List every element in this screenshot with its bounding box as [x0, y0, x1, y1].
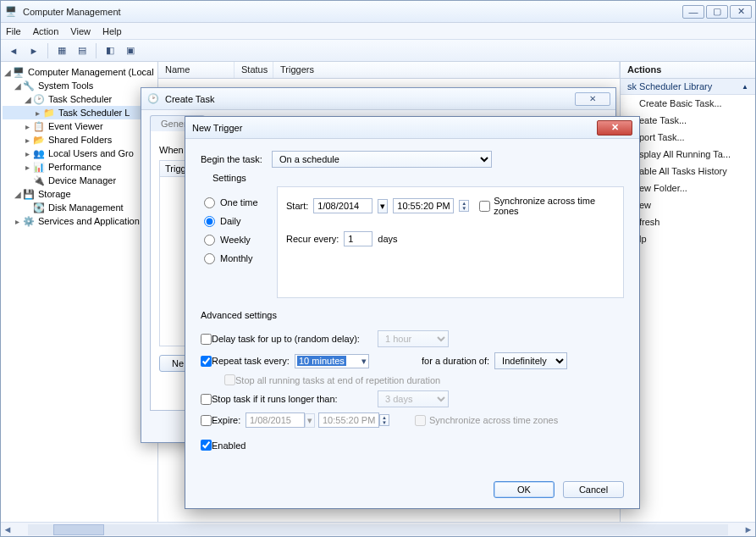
- expire-date-input: [246, 412, 305, 428]
- action-refresh[interactable]: fresh: [621, 213, 755, 230]
- back-button[interactable]: ◄: [4, 42, 23, 59]
- clock-icon: 🕑: [146, 92, 160, 106]
- menu-action[interactable]: Action: [33, 26, 59, 36]
- menu-help[interactable]: Help: [102, 26, 122, 36]
- action-help[interactable]: lp: [621, 230, 755, 247]
- app-icon: 🖥️: [4, 5, 18, 19]
- action-new-folder[interactable]: ew Folder...: [621, 180, 755, 197]
- tree-local-users[interactable]: ▸👥Local Users and Gro: [3, 147, 156, 160]
- horizontal-scrollbar[interactable]: ◄►: [1, 522, 755, 536]
- start-time-input[interactable]: [393, 198, 454, 213]
- create-task-close-button[interactable]: ✕: [575, 92, 610, 106]
- col-status[interactable]: Status: [235, 62, 273, 78]
- toolbar-icon[interactable]: ◧: [101, 42, 119, 59]
- new-trigger-dialog: New Trigger ✕ Begin the task: On a sched…: [185, 116, 640, 509]
- action-import-task[interactable]: port Task...: [621, 129, 755, 146]
- actions-section[interactable]: sk Scheduler Library▲: [621, 79, 755, 95]
- actions-header: Actions: [621, 62, 755, 79]
- radio-one-time[interactable]: One time: [204, 193, 277, 212]
- create-task-title: Create Task: [165, 94, 575, 104]
- maximize-button[interactable]: ▢: [706, 5, 728, 19]
- window-title: Computer Management: [23, 7, 682, 17]
- new-trigger-close-button[interactable]: ✕: [597, 120, 632, 136]
- toolbar: ◄ ► ▦ ▤ ◧ ▣: [1, 40, 755, 62]
- toolbar-icon[interactable]: ▣: [121, 42, 140, 59]
- actions-pane: Actions sk Scheduler Library▲ Create Bas…: [620, 62, 755, 522]
- create-task-titlebar: 🕑 Create Task ✕: [141, 88, 615, 110]
- repeat-value-select[interactable]: 10 minutes▾: [295, 354, 369, 368]
- schedule-box: Start: ▾ ▲▼ Synchronize across time zone…: [277, 186, 624, 298]
- start-date-input[interactable]: [313, 198, 372, 213]
- action-display-running[interactable]: splay All Running Ta...: [621, 146, 755, 163]
- tree-device-manager[interactable]: 🔌Device Manager: [3, 174, 156, 187]
- time-spinner[interactable]: ▲▼: [459, 200, 469, 212]
- expire-sync-checkbox: Synchronize across time zones: [415, 415, 558, 426]
- toolbar-icon[interactable]: ▦: [52, 42, 71, 59]
- menu-view[interactable]: View: [70, 26, 91, 36]
- minimize-button[interactable]: —: [682, 5, 704, 19]
- tree-task-scheduler-library[interactable]: ▸📁Task Scheduler L: [3, 106, 156, 119]
- delay-checkbox[interactable]: [201, 334, 212, 345]
- menu-file[interactable]: File: [6, 26, 21, 36]
- stop-all-checkbox: [224, 374, 235, 385]
- delay-label: Delay task for up to (random delay):: [212, 334, 378, 344]
- stop-all-label: Stop all running tasks at end of repetit…: [235, 375, 440, 385]
- new-trigger-titlebar: New Trigger ✕: [185, 117, 639, 139]
- stop-longer-select: 3 days: [378, 390, 449, 407]
- recur-unit: days: [378, 234, 397, 244]
- tree-event-viewer[interactable]: ▸📋Event Viewer: [3, 119, 156, 133]
- radio-weekly[interactable]: Weekly: [204, 230, 277, 249]
- expire-time-input: [318, 412, 379, 428]
- repeat-label: Repeat task every:: [212, 356, 295, 366]
- expire-time-spinner: ▲▼: [379, 414, 389, 426]
- radio-monthly[interactable]: Monthly: [204, 249, 277, 268]
- action-enable-history[interactable]: able All Tasks History: [621, 163, 755, 180]
- recur-label: Recur every:: [286, 234, 339, 244]
- action-view[interactable]: ew: [621, 197, 755, 213]
- tree-system-tools[interactable]: ◢🔧System Tools: [3, 79, 156, 92]
- titlebar: 🖥️ Computer Management — ▢ ✕: [1, 1, 755, 23]
- sync-tz-checkbox[interactable]: Synchronize across time zones: [479, 196, 615, 216]
- forward-button[interactable]: ►: [25, 42, 43, 59]
- enabled-label: Enabled: [212, 440, 246, 451]
- start-label: Start:: [286, 201, 308, 211]
- menubar: File Action View Help: [1, 23, 755, 40]
- duration-select[interactable]: Indefinitely: [494, 352, 567, 369]
- radio-daily[interactable]: Daily: [204, 212, 277, 230]
- repeat-checkbox[interactable]: [201, 356, 212, 367]
- action-create-basic-task[interactable]: Create Basic Task...: [621, 95, 755, 112]
- tree-task-scheduler[interactable]: ◢🕑Task Scheduler: [3, 92, 156, 106]
- tree-performance[interactable]: ▸📊Performance: [3, 160, 156, 174]
- schedule-type-radios: One time Daily Weekly Monthly: [201, 186, 277, 298]
- delay-value-select: 1 hour: [378, 330, 449, 347]
- calendar-icon[interactable]: ▾: [378, 199, 388, 213]
- settings-label: Settings: [212, 173, 624, 183]
- begin-task-label: Begin the task:: [201, 154, 272, 164]
- nav-tree[interactable]: ◢🖥️Computer Management (Local ◢🔧System T…: [1, 62, 158, 522]
- close-button[interactable]: ✕: [730, 5, 752, 19]
- new-trigger-title: New Trigger: [192, 123, 597, 133]
- tree-root[interactable]: ◢🖥️Computer Management (Local: [3, 65, 156, 79]
- stop-longer-label: Stop task if it runs longer than:: [212, 394, 378, 404]
- duration-label: for a duration of:: [422, 356, 489, 366]
- ok-button[interactable]: OK: [494, 481, 555, 498]
- expire-label: Expire:: [212, 415, 246, 425]
- tree-disk-management[interactable]: 💽Disk Management: [3, 201, 156, 214]
- tree-storage[interactable]: ◢💾Storage: [3, 187, 156, 201]
- advanced-settings-label: Advanced settings: [201, 310, 624, 320]
- tree-services-apps[interactable]: ▸⚙️Services and Application: [3, 214, 156, 228]
- action-create-task[interactable]: eate Task...: [621, 112, 755, 129]
- col-name[interactable]: Name: [158, 62, 235, 78]
- toolbar-icon[interactable]: ▤: [73, 42, 91, 59]
- expire-checkbox[interactable]: [201, 415, 212, 426]
- enabled-checkbox[interactable]: [201, 440, 212, 451]
- tree-shared-folders[interactable]: ▸📂Shared Folders: [3, 133, 156, 147]
- recur-value-input[interactable]: [344, 231, 372, 246]
- col-triggers[interactable]: Triggers: [273, 62, 620, 78]
- stop-longer-checkbox[interactable]: [201, 394, 212, 405]
- begin-task-select[interactable]: On a schedule: [272, 151, 492, 168]
- cancel-button[interactable]: Cancel: [563, 481, 624, 498]
- list-header: Name Status Triggers: [158, 62, 620, 79]
